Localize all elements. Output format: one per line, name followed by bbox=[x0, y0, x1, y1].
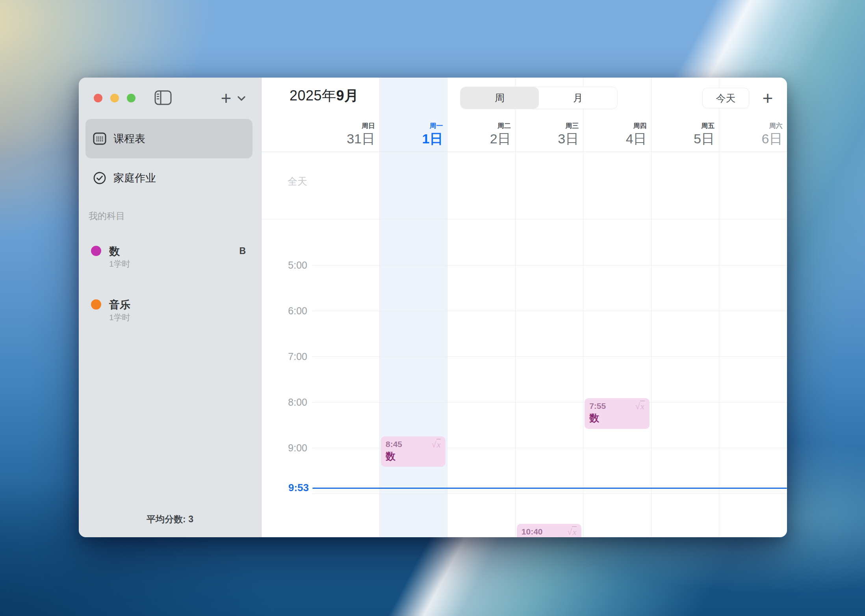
calendar-main: 全天 5:006:007:008:009:00 2025年9月 周月 今天 + … bbox=[262, 78, 787, 537]
subject-name: 数 bbox=[109, 244, 120, 258]
toggle-sidebar-button[interactable] bbox=[154, 89, 173, 107]
average-score-label: 平均分数: 3 bbox=[79, 513, 261, 525]
current-time-label: 9:53 bbox=[262, 482, 309, 494]
subject-hours: 1学时 bbox=[109, 312, 130, 323]
sidebar-nav-label: 课程表 bbox=[113, 132, 145, 146]
window-controls bbox=[94, 94, 136, 102]
calendar-grid-icon bbox=[93, 132, 107, 146]
subject-hours: 1学时 bbox=[109, 258, 130, 269]
sidebar: + 课程表 家庭作业 我的科目 数 1学时 B 音乐 1学时 平均分数: 3 bbox=[79, 78, 262, 537]
subject-grade-badge: B bbox=[239, 246, 246, 256]
sidebar-section-title: 我的科目 bbox=[89, 210, 125, 222]
subject-color-dot bbox=[91, 246, 101, 256]
subject-color-dot bbox=[91, 299, 101, 310]
sidebar-item-timetable[interactable]: 课程表 bbox=[85, 119, 252, 158]
desktop-wallpaper: + 课程表 家庭作业 我的科目 数 1学时 B 音乐 1学时 平均分数: 3 bbox=[0, 0, 865, 616]
sidebar-toggle-icon bbox=[154, 90, 172, 105]
sidebar-item-homework[interactable]: 家庭作业 bbox=[85, 158, 252, 198]
app-window: + 课程表 家庭作业 我的科目 数 1学时 B 音乐 1学时 平均分数: 3 bbox=[79, 78, 787, 537]
close-window-button[interactable] bbox=[94, 94, 102, 102]
current-time-line bbox=[312, 488, 787, 489]
add-sidebar-item-button[interactable]: + bbox=[217, 88, 236, 108]
now-indicator-layer: 9:53 bbox=[262, 78, 787, 537]
subject-name: 音乐 bbox=[109, 298, 130, 312]
zoom-window-button[interactable] bbox=[127, 94, 136, 102]
minimize-window-button[interactable] bbox=[110, 94, 119, 102]
sidebar-nav-label: 家庭作业 bbox=[113, 171, 156, 185]
subject-row[interactable]: 数 1学时 B bbox=[85, 241, 252, 276]
chevron-down-icon bbox=[238, 96, 245, 101]
subject-row[interactable]: 音乐 1学时 bbox=[85, 295, 252, 330]
circle-check-icon bbox=[93, 171, 107, 185]
add-menu-chevron-button[interactable] bbox=[236, 91, 247, 107]
